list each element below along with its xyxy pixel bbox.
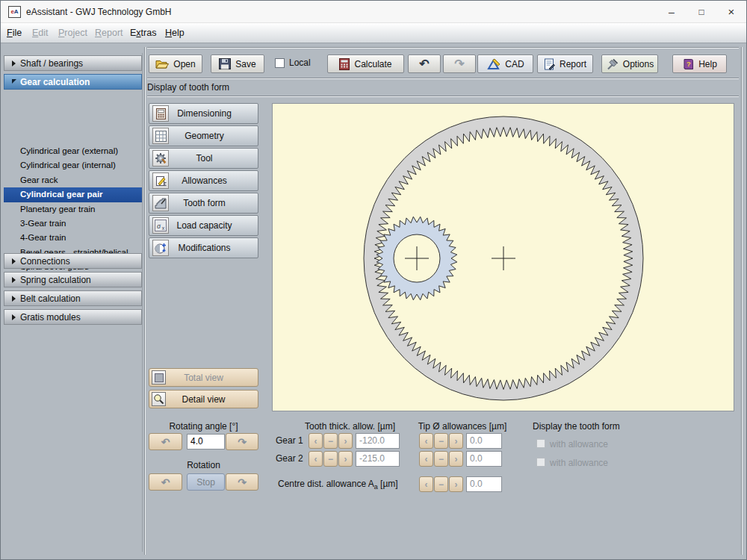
app-icon: eA	[8, 6, 21, 18]
rotate-ccw-button[interactable]: ↶	[149, 433, 182, 450]
undo-icon: ↶	[419, 58, 429, 70]
with-allowance-checkbox-1	[536, 439, 545, 448]
save-label: Save	[235, 59, 255, 69]
separator	[741, 47, 743, 555]
close-icon[interactable]: ×	[716, 1, 746, 23]
calculator-icon	[339, 58, 350, 70]
menu-project: Project	[58, 28, 87, 38]
collapsed-arrow-icon	[12, 296, 16, 302]
sidebar-item-4-gear-train[interactable]: 4-Gear train	[4, 231, 142, 245]
tooth-g2-spin-right[interactable]: ›	[338, 451, 353, 467]
tip-allowances-header: Tip Ø allowances [µm]	[417, 421, 508, 432]
sidebar-section-connections[interactable]: Connections	[4, 253, 142, 269]
tooth-g1-spin-right[interactable]: ›	[338, 433, 353, 449]
svg-text:x: x	[162, 225, 165, 231]
app-window: eA eAssistant - GWJ Technology GmbH – □ …	[0, 0, 747, 560]
sidebar-section-gratis-modules[interactable]: Gratis modules	[4, 309, 142, 325]
separator	[147, 96, 739, 97]
help-button[interactable]: ? Help	[672, 55, 727, 73]
with-allowance-label-2: with allowance	[550, 458, 608, 468]
tooth-g2-input[interactable]: -215.0	[356, 451, 400, 467]
title-bar: eA eAssistant - GWJ Technology GmbH – □ …	[1, 1, 746, 23]
local-label: Local	[289, 57, 311, 68]
menu-file[interactable]: File	[7, 28, 22, 38]
centre-spin-right[interactable]: ›	[449, 476, 463, 492]
open-folder-icon	[155, 58, 169, 69]
cad-button[interactable]: CAD	[477, 55, 533, 73]
tooth-g1-spin-left[interactable]: ‹	[309, 433, 323, 449]
sidebar-section-belt-calculation[interactable]: Belt calculation	[4, 290, 142, 306]
sidebar-section-gear-calculation[interactable]: Gear calculation	[4, 74, 142, 90]
tooth-g1-input[interactable]: -120.0	[356, 433, 400, 449]
with-allowance-checkbox-2	[536, 458, 545, 467]
tip-g2-spin-left[interactable]: ‹	[419, 451, 433, 467]
rotation-stop-button: Stop	[187, 473, 225, 491]
tooth-form-button[interactable]: Tooth form	[149, 193, 258, 214]
modifications-button[interactable]: Modifications	[149, 237, 258, 258]
centre-dist-input[interactable]: 0.0	[466, 476, 502, 492]
collapsed-arrow-icon	[12, 277, 16, 283]
sidebar-item-gear-rack[interactable]: Gear rack	[4, 173, 142, 187]
save-button[interactable]: Save	[211, 55, 264, 73]
sidebar-section-shaft-bearings[interactable]: Shaft / bearings	[4, 55, 142, 71]
detail-view-button[interactable]: Detail view	[149, 390, 258, 408]
chevron-right-icon: ›	[344, 454, 347, 464]
load-capacity-icon: σx	[152, 217, 169, 234]
calculate-button[interactable]: Calculate	[327, 55, 404, 73]
local-checkbox[interactable]	[275, 58, 285, 68]
geometry-button[interactable]: Geometry	[149, 125, 258, 146]
tip-g2-spin-right[interactable]: ›	[449, 451, 463, 467]
local-checkbox-group[interactable]: Local	[275, 57, 311, 68]
centre-spin-minus[interactable]: −	[434, 476, 448, 492]
calculate-label: Calculate	[354, 59, 391, 69]
sidebar-item-3-gear-train[interactable]: 3-Gear train	[4, 217, 142, 231]
maximize-icon[interactable]: □	[686, 1, 716, 23]
menu-extras[interactable]: Extras	[130, 28, 156, 38]
undo-button[interactable]: ↶	[408, 55, 441, 73]
tooth-g1-spin-minus[interactable]: −	[323, 433, 338, 449]
tip-g1-spin-left[interactable]: ‹	[419, 433, 433, 449]
separator	[147, 47, 739, 49]
chevron-right-icon: ›	[455, 436, 458, 447]
magnifier-icon	[152, 392, 166, 406]
centre-spin-left[interactable]: ‹	[419, 476, 433, 492]
options-button[interactable]: Options	[601, 55, 658, 73]
tip-g2-spin-minus[interactable]: −	[434, 451, 448, 467]
tool-button[interactable]: Tool	[149, 148, 258, 169]
tip-g1-spin-minus[interactable]: −	[434, 433, 448, 449]
tooth-g2-spin-left[interactable]: ‹	[309, 451, 323, 467]
sidebar-item-cylindrical-gear-external[interactable]: Cylindrical gear (external)	[4, 144, 142, 158]
rotation-cw-button[interactable]: ↷	[226, 473, 258, 491]
sidebar-item-planetary-gear-train[interactable]: Planetary gear train	[4, 202, 142, 217]
chevron-left-icon: ‹	[314, 454, 317, 464]
menu-help[interactable]: Help	[165, 28, 185, 38]
gear-pair-drawing	[273, 104, 735, 412]
tip-g1-input[interactable]: 0.0	[466, 433, 502, 449]
tip-g1-spin-right[interactable]: ›	[449, 433, 463, 449]
minus-icon: −	[438, 479, 444, 490]
menu-report: Report	[95, 28, 123, 38]
sidebar-item-cylindrical-gear-pair[interactable]: Cylindrical gear pair	[4, 187, 142, 202]
sidebar-section-spring-calculation[interactable]: Spring calculation	[4, 272, 142, 287]
open-button[interactable]: Open	[149, 55, 202, 73]
tooth-g2-spin-minus[interactable]: −	[323, 451, 338, 467]
report-button[interactable]: Report	[537, 55, 593, 73]
rotation-ccw-button[interactable]: ↶	[149, 473, 182, 491]
load-capacity-button[interactable]: σx Load capacity	[149, 215, 258, 236]
save-floppy-icon	[219, 58, 231, 69]
rotating-angle-input[interactable]: 4.0	[187, 434, 225, 449]
rotate-cw-button[interactable]: ↷	[226, 433, 258, 450]
allowances-button[interactable]: Allowances	[149, 170, 258, 191]
rotate-cw-icon: ↷	[238, 436, 247, 448]
sidebar-item-cylindrical-gear-internal[interactable]: Cylindrical gear (internal)	[4, 158, 142, 172]
chevron-left-icon: ‹	[314, 436, 317, 447]
dimensioning-button[interactable]: Dimensioning	[149, 103, 258, 124]
chevron-right-icon: ›	[344, 436, 347, 447]
separator	[147, 78, 739, 79]
gear-display-canvas[interactable]	[272, 103, 734, 411]
minimize-icon[interactable]: –	[657, 1, 686, 23]
tip-g2-input[interactable]: 0.0	[466, 451, 502, 467]
tooth-thick-header: Tooth thick. allow. [µm]	[296, 421, 404, 432]
minus-icon: −	[328, 436, 333, 447]
expanded-arrow-icon	[12, 79, 16, 87]
